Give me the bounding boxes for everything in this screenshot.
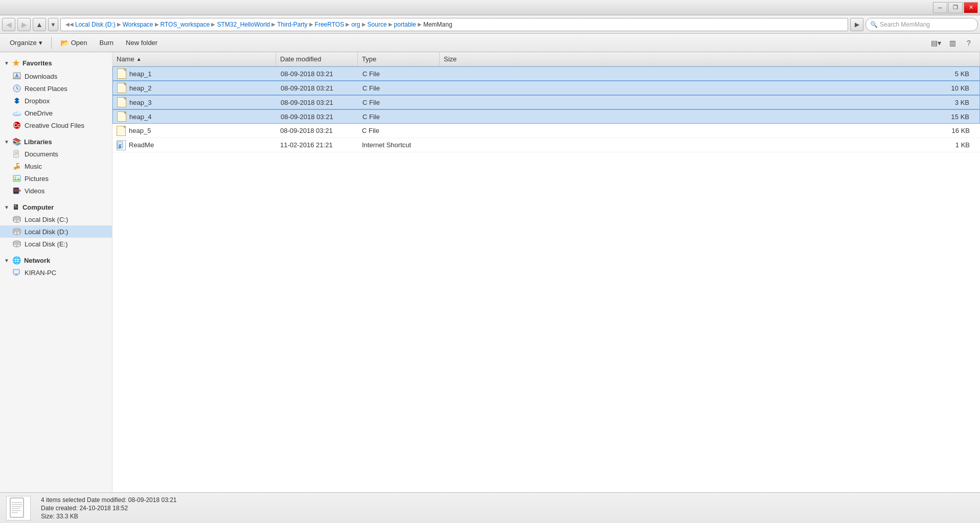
sidebar-item-recent-places[interactable]: Recent Places <box>0 82 112 95</box>
col-name-label: Name <box>117 55 134 63</box>
breadcrumb-item-memmang[interactable]: MemMang <box>423 21 452 28</box>
file-date-cell: 08-09-2018 03:21 <box>277 99 358 106</box>
breadcrumb-item-source[interactable]: Source <box>368 21 387 28</box>
music-icon <box>12 162 21 171</box>
back-button[interactable]: ◀ <box>2 18 15 31</box>
organize-label: Organize <box>10 39 37 47</box>
status-bar: 4 items selected Date modified: 08-09-20… <box>0 492 980 523</box>
file-date-cell: 08-09-2018 03:21 <box>277 113 358 121</box>
breadcrumb[interactable]: ◀◀ Local Disk (D:) ▶ Workspace ▶ RTOS_wo… <box>60 18 848 31</box>
breadcrumb-sep-3: ▶ <box>211 21 215 27</box>
minimize-button[interactable]: ─ <box>933 2 947 13</box>
recent-locations-button[interactable]: ▼ <box>48 18 58 31</box>
svg-text:↗: ↗ <box>119 146 122 149</box>
dropbox-label: Dropbox <box>25 97 50 105</box>
breadcrumb-item-org[interactable]: org <box>351 21 360 28</box>
col-header-date[interactable]: Date modified <box>276 52 358 66</box>
breadcrumb-prefix-arrow: ◀◀ <box>65 21 74 27</box>
svg-rect-49 <box>12 512 18 513</box>
sidebar-section-favorites[interactable]: ▼ ★ Favorites <box>0 56 112 70</box>
restore-button[interactable]: ❐ <box>948 2 963 13</box>
view-arrow: ▾ <box>938 39 941 47</box>
onedrive-label: OneDrive <box>25 109 53 117</box>
organize-button[interactable]: Organize ▾ <box>4 36 48 50</box>
network-chevron: ▼ <box>4 258 9 263</box>
sidebar-item-downloads[interactable]: Downloads <box>0 70 112 82</box>
sidebar-section-computer[interactable]: ▼ 🖥 Computer <box>0 201 112 213</box>
sidebar-item-local-disk-d[interactable]: Local Disk (D:) <box>0 225 112 238</box>
table-row[interactable]: heap_2 08-09-2018 03:21 C File 10 KB <box>112 81 980 95</box>
open-button[interactable]: 📂 Open <box>55 36 93 50</box>
sidebar: ▼ ★ Favorites Downloads Recent Places Dr… <box>0 52 112 492</box>
close-button[interactable]: ✕ <box>964 2 978 13</box>
sidebar-item-creative-cloud[interactable]: Cc Creative Cloud Files <box>0 119 112 131</box>
disk-e-label: Local Disk (E:) <box>25 240 68 248</box>
col-header-size[interactable]: Size <box>440 52 980 66</box>
table-row[interactable]: heap_5 08-09-2018 03:21 C File 16 KB <box>112 124 980 138</box>
search-bar[interactable]: 🔍 Search MemMang <box>865 18 978 31</box>
sidebar-item-videos[interactable]: Videos <box>0 185 112 197</box>
favorites-chevron: ▼ <box>4 60 9 66</box>
open-label: Open <box>71 39 87 47</box>
creative-cloud-label: Creative Cloud Files <box>25 122 84 129</box>
breadcrumb-item-freertos[interactable]: FreeRTOS <box>315 21 345 28</box>
breadcrumb-item-workspace[interactable]: Workspace <box>123 21 153 28</box>
breadcrumb-item-portable[interactable]: portable <box>394 21 416 28</box>
sidebar-item-local-disk-c[interactable]: Local Disk (C:) <box>0 213 112 225</box>
svg-rect-15 <box>15 154 17 155</box>
table-row[interactable]: ie ↗ ReadMe 11-02-2016 21:21 Internet Sh… <box>112 138 980 152</box>
col-header-name[interactable]: Name ▲ <box>112 52 276 66</box>
disk-d-icon <box>12 227 21 236</box>
sidebar-item-music[interactable]: Music <box>0 160 112 172</box>
breadcrumb-item-local-disk-d[interactable]: Local Disk (D:) <box>75 21 116 28</box>
help-button[interactable]: ? <box>962 36 976 50</box>
table-row[interactable]: heap_3 08-09-2018 03:21 C File 3 KB <box>112 95 980 109</box>
sidebar-section-network[interactable]: ▼ 🌐 Network <box>0 254 112 266</box>
sidebar-item-local-disk-e[interactable]: Local Disk (E:) <box>0 238 112 250</box>
organize-arrow: ▾ <box>39 39 42 47</box>
c-file-icon <box>117 83 126 93</box>
search-placeholder: Search MemMang <box>880 21 930 28</box>
sidebar-item-onedrive[interactable]: OneDrive <box>0 107 112 119</box>
sidebar-item-kiran-pc[interactable]: KIRAN-PC <box>0 266 112 279</box>
breadcrumb-item-rtos-workspace[interactable]: RTOS_workspace <box>161 21 210 28</box>
breadcrumb-item-stm32[interactable]: STM32_HelloWorld <box>217 21 270 28</box>
go-button[interactable]: ▶ <box>850 18 863 31</box>
up-button[interactable]: ▲ <box>33 18 46 31</box>
layout-button[interactable]: ▥ <box>945 36 960 50</box>
svg-point-28 <box>16 220 18 222</box>
file-size-cell: 3 KB <box>440 99 979 106</box>
breadcrumb-sep-8: ▶ <box>389 21 393 27</box>
breadcrumb-item-third-party[interactable]: Third-Party <box>277 21 307 28</box>
forward-button[interactable]: ▶ <box>17 18 31 31</box>
svg-rect-14 <box>15 153 18 154</box>
file-date-cell: 08-09-2018 03:21 <box>277 84 358 92</box>
svg-rect-40 <box>118 142 123 148</box>
table-row[interactable]: heap_4 08-09-2018 03:21 C File 15 KB <box>112 109 980 124</box>
sidebar-item-dropbox[interactable]: Dropbox <box>0 95 112 107</box>
svg-rect-38 <box>15 274 17 275</box>
videos-icon <box>12 186 21 195</box>
svg-rect-1 <box>13 78 21 79</box>
svg-point-36 <box>16 245 18 246</box>
recent-places-icon <box>12 84 21 93</box>
sidebar-section-libraries[interactable]: ▼ 📚 Libraries <box>0 135 112 148</box>
col-header-type[interactable]: Type <box>358 52 440 66</box>
svg-text:ie: ie <box>119 143 122 147</box>
sidebar-item-pictures[interactable]: Pictures <box>0 172 112 185</box>
burn-button[interactable]: Burn <box>94 36 119 50</box>
c-file-icon <box>117 69 126 79</box>
table-row[interactable]: heap_1 08-09-2018 03:21 C File 5 KB <box>112 66 980 81</box>
svg-rect-44 <box>12 502 22 503</box>
sidebar-item-documents[interactable]: Documents <box>0 148 112 160</box>
documents-icon <box>12 149 21 158</box>
computer-label: Computer <box>22 203 54 211</box>
new-folder-button[interactable]: New folder <box>120 36 163 50</box>
kiran-pc-icon <box>12 268 21 277</box>
file-name-cell: heap_4 <box>113 111 277 122</box>
music-label: Music <box>25 163 42 170</box>
toolbar: Organize ▾ 📂 Open Burn New folder ▤ ▾ ▥ … <box>0 34 980 52</box>
svg-rect-45 <box>12 504 22 505</box>
svg-rect-12 <box>14 150 18 157</box>
change-view-button[interactable]: ▤ ▾ <box>929 36 943 50</box>
